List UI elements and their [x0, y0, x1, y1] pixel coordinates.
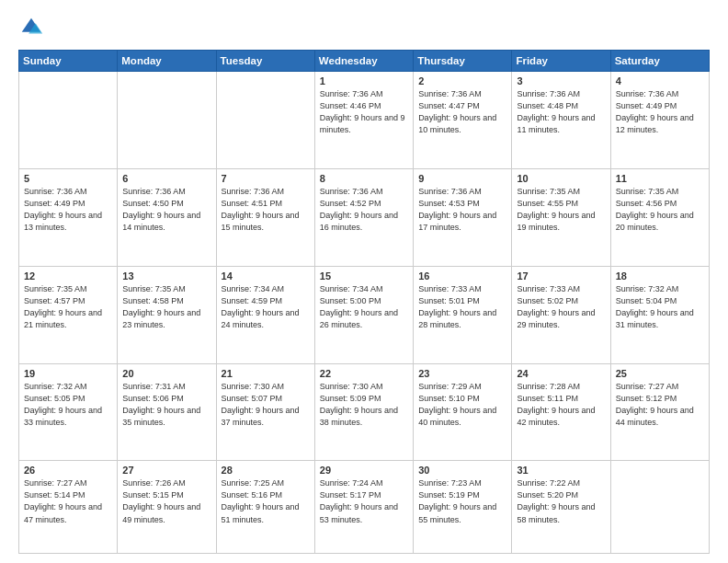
day-number: 9 — [418, 173, 506, 184]
day-number: 8 — [320, 173, 408, 184]
calendar-cell: 4Sunrise: 7:36 AMSunset: 4:49 PMDaylight… — [610, 72, 709, 169]
weekday-header-sunday: Sunday — [19, 51, 118, 72]
weekday-header-monday: Monday — [118, 51, 216, 72]
day-info: Sunrise: 7:29 AMSunset: 5:10 PMDaylight:… — [418, 381, 506, 429]
day-info: Sunrise: 7:26 AMSunset: 5:15 PMDaylight:… — [122, 477, 210, 525]
day-info: Sunrise: 7:32 AMSunset: 5:04 PMDaylight:… — [616, 283, 704, 331]
day-info: Sunrise: 7:33 AMSunset: 5:01 PMDaylight:… — [418, 283, 506, 331]
day-info: Sunrise: 7:27 AMSunset: 5:12 PMDaylight:… — [616, 381, 704, 429]
calendar-cell: 7Sunrise: 7:36 AMSunset: 4:51 PMDaylight… — [216, 168, 314, 266]
day-info: Sunrise: 7:36 AMSunset: 4:49 PMDaylight:… — [24, 186, 112, 234]
calendar-cell: 2Sunrise: 7:36 AMSunset: 4:47 PMDaylight… — [414, 72, 512, 169]
day-info: Sunrise: 7:35 AMSunset: 4:58 PMDaylight:… — [122, 283, 210, 331]
day-info: Sunrise: 7:27 AMSunset: 5:14 PMDaylight:… — [24, 477, 112, 525]
day-number: 20 — [122, 368, 210, 379]
week-row-2: 5Sunrise: 7:36 AMSunset: 4:49 PMDaylight… — [19, 168, 710, 266]
day-info: Sunrise: 7:28 AMSunset: 5:11 PMDaylight:… — [517, 381, 605, 429]
calendar-cell: 15Sunrise: 7:34 AMSunset: 5:00 PMDayligh… — [314, 266, 413, 363]
calendar-cell: 17Sunrise: 7:33 AMSunset: 5:02 PMDayligh… — [512, 266, 610, 363]
day-info: Sunrise: 7:36 AMSunset: 4:48 PMDaylight:… — [517, 88, 605, 136]
day-info: Sunrise: 7:24 AMSunset: 5:17 PMDaylight:… — [320, 477, 408, 525]
day-info: Sunrise: 7:35 AMSunset: 4:56 PMDaylight:… — [616, 186, 704, 234]
weekday-header-saturday: Saturday — [610, 51, 709, 72]
calendar-cell: 27Sunrise: 7:26 AMSunset: 5:15 PMDayligh… — [118, 461, 216, 554]
day-number: 7 — [222, 173, 310, 184]
calendar-cell: 14Sunrise: 7:34 AMSunset: 4:59 PMDayligh… — [216, 266, 314, 363]
calendar-cell: 21Sunrise: 7:30 AMSunset: 5:07 PMDayligh… — [216, 363, 314, 461]
calendar-cell: 13Sunrise: 7:35 AMSunset: 4:58 PMDayligh… — [118, 266, 216, 363]
calendar-cell: 22Sunrise: 7:30 AMSunset: 5:09 PMDayligh… — [314, 363, 413, 461]
day-number: 11 — [616, 173, 704, 184]
day-number: 27 — [122, 465, 210, 476]
calendar-cell: 31Sunrise: 7:22 AMSunset: 5:20 PMDayligh… — [512, 461, 610, 554]
calendar-cell — [216, 72, 314, 169]
day-number: 22 — [320, 368, 408, 379]
week-row-5: 26Sunrise: 7:27 AMSunset: 5:14 PMDayligh… — [19, 461, 710, 554]
day-info: Sunrise: 7:36 AMSunset: 4:47 PMDaylight:… — [418, 88, 506, 136]
day-info: Sunrise: 7:30 AMSunset: 5:07 PMDaylight:… — [222, 381, 310, 429]
weekday-header-wednesday: Wednesday — [314, 51, 413, 72]
day-info: Sunrise: 7:34 AMSunset: 5:00 PMDaylight:… — [320, 283, 408, 331]
calendar-cell: 28Sunrise: 7:25 AMSunset: 5:16 PMDayligh… — [216, 461, 314, 554]
day-info: Sunrise: 7:36 AMSunset: 4:51 PMDaylight:… — [222, 186, 310, 234]
day-number: 5 — [24, 173, 112, 184]
header — [18, 15, 710, 40]
day-number: 23 — [418, 368, 506, 379]
calendar-cell — [118, 72, 216, 169]
calendar-cell — [19, 72, 118, 169]
day-number: 25 — [616, 368, 704, 379]
weekday-header-tuesday: Tuesday — [216, 51, 314, 72]
calendar-cell: 11Sunrise: 7:35 AMSunset: 4:56 PMDayligh… — [610, 168, 709, 266]
day-number: 15 — [320, 270, 408, 282]
calendar-cell: 29Sunrise: 7:24 AMSunset: 5:17 PMDayligh… — [314, 461, 413, 554]
calendar-table: SundayMondayTuesdayWednesdayThursdayFrid… — [18, 50, 710, 554]
day-number: 14 — [222, 270, 310, 282]
week-row-4: 19Sunrise: 7:32 AMSunset: 5:05 PMDayligh… — [19, 363, 710, 461]
day-info: Sunrise: 7:35 AMSunset: 4:57 PMDaylight:… — [24, 283, 112, 331]
calendar-cell: 12Sunrise: 7:35 AMSunset: 4:57 PMDayligh… — [19, 266, 118, 363]
day-info: Sunrise: 7:31 AMSunset: 5:06 PMDaylight:… — [122, 381, 210, 429]
day-info: Sunrise: 7:23 AMSunset: 5:19 PMDaylight:… — [418, 477, 506, 525]
day-number: 24 — [517, 368, 605, 379]
calendar-cell: 19Sunrise: 7:32 AMSunset: 5:05 PMDayligh… — [19, 363, 118, 461]
day-number: 17 — [517, 270, 605, 282]
calendar-cell: 30Sunrise: 7:23 AMSunset: 5:19 PMDayligh… — [414, 461, 512, 554]
calendar-cell: 9Sunrise: 7:36 AMSunset: 4:53 PMDaylight… — [414, 168, 512, 266]
week-row-3: 12Sunrise: 7:35 AMSunset: 4:57 PMDayligh… — [19, 266, 710, 363]
page: SundayMondayTuesdayWednesdayThursdayFrid… — [0, 0, 728, 563]
day-number: 30 — [418, 465, 506, 476]
weekday-header-row: SundayMondayTuesdayWednesdayThursdayFrid… — [19, 51, 710, 72]
day-number: 3 — [517, 75, 605, 86]
day-number: 29 — [320, 465, 408, 476]
day-info: Sunrise: 7:33 AMSunset: 5:02 PMDaylight:… — [517, 283, 605, 331]
calendar-cell: 26Sunrise: 7:27 AMSunset: 5:14 PMDayligh… — [19, 461, 118, 554]
calendar-cell: 23Sunrise: 7:29 AMSunset: 5:10 PMDayligh… — [414, 363, 512, 461]
day-info: Sunrise: 7:34 AMSunset: 4:59 PMDaylight:… — [222, 283, 310, 331]
day-number: 4 — [616, 75, 704, 86]
day-number: 16 — [418, 270, 506, 282]
day-info: Sunrise: 7:36 AMSunset: 4:53 PMDaylight:… — [418, 186, 506, 234]
calendar-cell: 18Sunrise: 7:32 AMSunset: 5:04 PMDayligh… — [610, 266, 709, 363]
day-number: 26 — [24, 465, 112, 476]
day-info: Sunrise: 7:30 AMSunset: 5:09 PMDaylight:… — [320, 381, 408, 429]
calendar-cell: 8Sunrise: 7:36 AMSunset: 4:52 PMDaylight… — [314, 168, 413, 266]
weekday-header-friday: Friday — [512, 51, 610, 72]
calendar-cell: 1Sunrise: 7:36 AMSunset: 4:46 PMDaylight… — [314, 72, 413, 169]
calendar-cell: 25Sunrise: 7:27 AMSunset: 5:12 PMDayligh… — [610, 363, 709, 461]
week-row-1: 1Sunrise: 7:36 AMSunset: 4:46 PMDaylight… — [19, 72, 710, 169]
day-number: 2 — [418, 75, 506, 86]
calendar-cell — [610, 461, 709, 554]
calendar-cell: 6Sunrise: 7:36 AMSunset: 4:50 PMDaylight… — [118, 168, 216, 266]
day-number: 1 — [320, 75, 408, 86]
day-number: 19 — [24, 368, 112, 379]
day-info: Sunrise: 7:36 AMSunset: 4:50 PMDaylight:… — [122, 186, 210, 234]
day-number: 10 — [517, 173, 605, 184]
logo — [18, 15, 48, 40]
day-number: 13 — [122, 270, 210, 282]
day-info: Sunrise: 7:22 AMSunset: 5:20 PMDaylight:… — [517, 477, 605, 525]
day-number: 12 — [24, 270, 112, 282]
day-info: Sunrise: 7:35 AMSunset: 4:55 PMDaylight:… — [517, 186, 605, 234]
day-number: 28 — [222, 465, 310, 476]
day-info: Sunrise: 7:32 AMSunset: 5:05 PMDaylight:… — [24, 381, 112, 429]
day-info: Sunrise: 7:36 AMSunset: 4:46 PMDaylight:… — [320, 88, 408, 136]
